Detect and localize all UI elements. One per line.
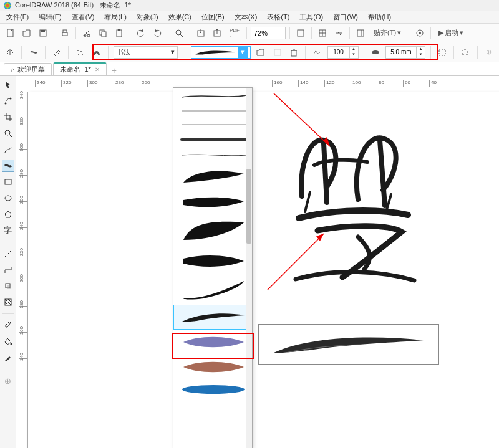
canvas-area[interactable] [27, 87, 499, 448]
menu-text[interactable]: 文本(X) [232, 11, 260, 23]
menu-edit[interactable]: 编辑(E) [36, 11, 64, 23]
connector-tool[interactable] [2, 264, 14, 276]
save-button[interactable] [36, 26, 50, 40]
new-button[interactable] [4, 26, 17, 40]
browse-folder-icon[interactable] [254, 45, 267, 59]
preset-stroke-icon[interactable] [27, 45, 39, 59]
save-preset-icon[interactable] [271, 45, 283, 59]
brush-category-dropdown[interactable]: 书法 ▾ [114, 46, 178, 59]
menu-view[interactable]: 查看(V) [69, 11, 97, 23]
bbox-icon[interactable] [436, 45, 448, 59]
brush-option[interactable] [173, 247, 252, 275]
smooth-value[interactable] [328, 47, 349, 58]
dockers-icon[interactable] [354, 26, 367, 40]
brush-stroke-dropdown[interactable]: ▾ [191, 46, 251, 59]
eyedropper-tool[interactable] [2, 319, 14, 331]
menu-window[interactable]: 窗口(W) [331, 11, 361, 23]
svg-point-38 [5, 196, 11, 201]
zoom-tool[interactable] [2, 127, 14, 140]
sprayer-icon[interactable] [74, 45, 86, 59]
ruler-tick: 280 [114, 80, 124, 87]
plus-icon[interactable]: ⊕ [482, 45, 495, 59]
scrollbar[interactable] [246, 88, 252, 448]
bounding-icon[interactable] [459, 45, 472, 59]
menu-table[interactable]: 表格(T) [264, 11, 292, 23]
separator [21, 46, 22, 59]
cut-button[interactable] [80, 26, 94, 40]
brush-icon[interactable] [51, 45, 63, 59]
brush-option[interactable] [173, 215, 252, 247]
brush-option-selected[interactable] [173, 305, 252, 330]
drop-shadow-tool[interactable] [2, 280, 14, 292]
export-button[interactable] [210, 26, 224, 40]
import-button[interactable] [194, 26, 208, 40]
mirror-h-icon[interactable] [4, 45, 16, 59]
grid-icon[interactable] [316, 26, 329, 40]
brush-option[interactable] [173, 148, 252, 163]
redo-button[interactable] [150, 26, 164, 40]
options-button[interactable] [413, 26, 427, 40]
artistic-media-tool[interactable] [2, 160, 14, 172]
print-button[interactable] [58, 26, 72, 40]
transparency-tool[interactable] [2, 296, 14, 308]
spin-up[interactable]: ▲ [416, 47, 425, 52]
paste-button[interactable] [112, 26, 126, 40]
brush-option[interactable] [173, 275, 252, 305]
separator [246, 27, 247, 39]
tab-document[interactable]: 未命名 -1* ✕ [53, 62, 107, 75]
width-spinner[interactable]: ▲▼ [385, 46, 425, 59]
shape-tool[interactable] [2, 95, 14, 107]
polygon-tool[interactable] [2, 208, 14, 221]
spin-down[interactable]: ▼ [349, 52, 358, 58]
scrollbar-thumb[interactable] [246, 169, 251, 244]
undo-button[interactable] [134, 26, 148, 40]
launch-dropdown[interactable]: ▶ 启动 ▾ [435, 26, 467, 40]
zoom-combo[interactable] [251, 27, 286, 39]
snap-dropdown[interactable]: 贴齐(T) ▾ [370, 26, 405, 40]
menu-object[interactable]: 对象(J) [134, 11, 161, 23]
menu-layout[interactable]: 布局(L) [102, 11, 128, 23]
brush-option[interactable] [173, 379, 252, 399]
plus-tool[interactable]: ⊕ [2, 374, 14, 387]
dimension-tool[interactable] [2, 247, 14, 260]
menu-file[interactable]: 文件(F) [4, 11, 31, 23]
property-bar: 书法 ▾ ▾ ▲▼ ▲▼ ⊕ [0, 42, 499, 62]
menu-bitmap[interactable]: 位图(B) [199, 11, 227, 23]
outline-tool[interactable] [2, 351, 14, 364]
copy-button[interactable] [96, 26, 110, 40]
guidelines-icon[interactable] [332, 26, 346, 40]
brush-option[interactable] [173, 118, 252, 131]
spin-up[interactable]: ▲ [349, 47, 358, 52]
delete-icon[interactable] [288, 45, 300, 59]
svg-rect-4 [63, 30, 67, 32]
brush-option[interactable] [173, 190, 252, 215]
menu-effects[interactable]: 效果(C) [166, 11, 194, 23]
add-tab-icon[interactable]: + [112, 65, 117, 75]
ellipse-tool[interactable] [2, 192, 14, 204]
rectangle-tool[interactable] [2, 176, 14, 188]
spin-down[interactable]: ▼ [416, 52, 425, 58]
smooth-spinner[interactable]: ▲▼ [327, 46, 359, 59]
crop-tool[interactable] [2, 111, 14, 123]
close-icon[interactable]: ✕ [95, 66, 100, 73]
tab-welcome[interactable]: ⌂ 欢迎屏幕 [4, 63, 52, 75]
brush-option[interactable] [173, 104, 252, 118]
fill-tool[interactable] [2, 335, 14, 348]
separator [2, 242, 14, 242]
search-button[interactable] [172, 26, 186, 40]
width-value[interactable] [386, 47, 416, 58]
brush-option[interactable] [173, 131, 252, 148]
freehand-tool[interactable] [2, 143, 14, 156]
open-button[interactable] [20, 26, 34, 40]
menu-tools[interactable]: 工具(O) [297, 11, 326, 23]
brush-option[interactable] [173, 355, 252, 379]
pick-tool[interactable] [2, 79, 14, 91]
calligraphy-icon[interactable] [90, 45, 102, 59]
fullscreen-button[interactable] [294, 26, 308, 40]
brush-option[interactable] [173, 330, 252, 355]
pdf-button[interactable]: PDF↓ [226, 26, 243, 40]
text-tool[interactable]: 字 [2, 224, 14, 237]
menu-help[interactable]: 帮助(H) [366, 11, 394, 23]
brush-option[interactable] [173, 163, 252, 190]
brush-option[interactable] [173, 88, 252, 104]
